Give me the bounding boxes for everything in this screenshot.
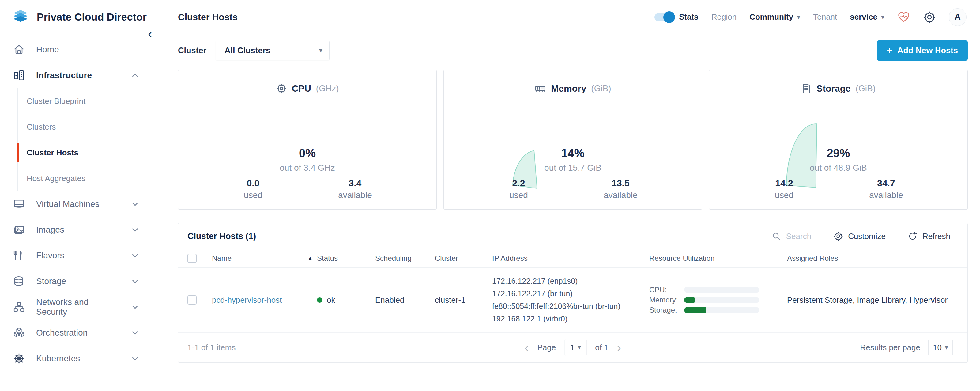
sidebar-item-label: Virtual Machines (36, 199, 99, 209)
page-value: 1 (570, 343, 574, 353)
sort-ascending-icon[interactable]: ▲ (307, 255, 313, 262)
util-storage-label: Storage: (649, 306, 684, 314)
user-avatar[interactable]: A (949, 8, 967, 26)
region-label: Region (711, 12, 737, 22)
tenant-dropdown[interactable]: service ▾ (850, 12, 885, 22)
page-select[interactable]: 1 ▾ (565, 338, 587, 356)
sidebar-item-storage[interactable]: Storage (0, 268, 152, 294)
storage-stat-card: Storage (GiB) 29% out of 48.9 GiB 14.2 u… (709, 70, 968, 210)
column-header-ip-address[interactable]: IP Address (492, 254, 649, 263)
column-header-name[interactable]: Name (212, 254, 232, 263)
sidebar-item-label: Home (36, 45, 59, 54)
table-toolbar: Search Customize (772, 231, 950, 241)
sidebar-subitem-cluster-blueprint[interactable]: Cluster Blueprint (18, 88, 152, 114)
cluster-filter-select[interactable]: All Clusters ▾ (216, 41, 329, 61)
main-area: Cluster Hosts Stats Region Community ▾ T… (152, 0, 980, 391)
cpu-available-label: available (321, 190, 389, 200)
refresh-label: Refresh (923, 231, 950, 241)
next-page-button[interactable]: › (617, 342, 621, 354)
sidebar-subitem-clusters[interactable]: Clusters (18, 114, 152, 140)
select-all-checkbox[interactable] (188, 254, 197, 263)
storage-available-value: 34.7 (852, 178, 920, 188)
memory-ram-icon (535, 83, 546, 94)
health-heart-pulse-icon[interactable] (897, 11, 910, 24)
cluster-filter-label: Cluster (178, 46, 207, 56)
sidebar-item-infrastructure[interactable]: Infrastructure (0, 62, 152, 88)
monitor-icon (12, 198, 26, 210)
settings-gear-icon[interactable] (923, 11, 936, 24)
add-new-hosts-button[interactable]: + Add New Hosts (877, 40, 968, 61)
refresh-button[interactable]: Refresh (908, 231, 950, 241)
column-header-status[interactable]: Status (317, 254, 375, 263)
storage-disk-icon (801, 83, 811, 94)
memory-capacity-text: out of 15.7 GiB (444, 163, 702, 173)
table-row: pcd-hypervisor-host ok Enabled cluster-1… (178, 268, 967, 333)
util-cpu-label: CPU: (649, 286, 684, 294)
sidebar-item-label: Flavors (36, 251, 64, 260)
customize-label: Customize (848, 231, 886, 241)
stats-toggle-knob (663, 11, 675, 23)
sidebar: Private Cloud Director ‹ Home (0, 0, 152, 391)
customize-button[interactable]: Customize (833, 231, 886, 241)
sidebar-subitem-cluster-hosts[interactable]: Cluster Hosts (18, 140, 152, 166)
sidebar-item-label: Infrastructure (36, 70, 92, 80)
subitem-label: Host Aggregates (27, 174, 86, 183)
sidebar-item-networks-and-security[interactable]: Networks and Security (0, 294, 152, 320)
sidebar-collapse-button[interactable]: ‹ (144, 27, 156, 40)
memory-used-label: used (485, 190, 552, 200)
results-per-page: Results per page 10 ▾ (860, 338, 953, 356)
row-checkbox[interactable] (188, 295, 197, 305)
chevron-left-icon: ‹ (148, 27, 152, 40)
subitem-label: Cluster Blueprint (27, 97, 86, 106)
column-header-assigned-roles[interactable]: Assigned Roles (787, 254, 967, 263)
column-header-resource-utilization[interactable]: Resource Utilization (649, 254, 787, 263)
page-title: Cluster Hosts (178, 12, 238, 22)
topbar-right: Stats Region Community ▾ Tenant service … (654, 8, 967, 26)
card-unit: (GHz) (316, 84, 339, 93)
sidebar-subitem-host-aggregates[interactable]: Host Aggregates (18, 166, 152, 191)
cpu-used-value: 0.0 (219, 178, 286, 188)
sidebar-item-images[interactable]: Images (0, 217, 152, 243)
host-name-link[interactable]: pcd-hypervisor-host (212, 295, 282, 305)
caret-down-icon: ▾ (945, 344, 948, 351)
memory-used-value: 2.2 (485, 178, 552, 188)
region-dropdown[interactable]: Community ▾ (749, 12, 800, 22)
sidebar-item-orchestration[interactable]: Orchestration (0, 320, 152, 346)
memory-available-value: 13.5 (587, 178, 654, 188)
tenant-label: Tenant (813, 12, 837, 22)
ip-address-cell: 172.16.122.217 (enp1s0) 172.16.122.217 (… (492, 275, 649, 325)
sidebar-item-home[interactable]: Home (0, 37, 152, 62)
network-nodes-icon (12, 301, 26, 313)
stats-toggle-wrap: Stats (654, 12, 698, 22)
brand-title: Private Cloud Director (37, 11, 147, 23)
stats-toggle[interactable] (654, 13, 674, 21)
caret-down-icon: ▾ (319, 47, 323, 54)
cpu-capacity-text: out of 3.4 GHz (178, 163, 436, 173)
results-per-page-select[interactable]: 10 ▾ (928, 338, 953, 356)
memory-utilization-fill (684, 297, 695, 303)
sidebar-item-kubernetes[interactable]: Kubernetes (0, 346, 152, 371)
chevron-down-icon (131, 200, 139, 208)
results-per-page-value: 10 (933, 343, 942, 353)
tenant-value: service (850, 12, 877, 22)
table-search[interactable]: Search (772, 231, 811, 241)
card-unit: (GiB) (856, 84, 875, 93)
sidebar-item-virtual-machines[interactable]: Virtual Machines (0, 191, 152, 217)
ip-line: 192.168.122.1 (virbr0) (492, 313, 649, 325)
cpu-available-value: 3.4 (321, 178, 389, 188)
page-label: Page (537, 343, 556, 353)
table-title: Cluster Hosts (1) (188, 231, 256, 241)
memory-available-label: available (587, 190, 654, 200)
previous-page-button[interactable]: ‹ (525, 342, 528, 354)
storage-utilization-bar (684, 307, 759, 313)
content: Cluster All Clusters ▾ + Add New Hosts (152, 34, 980, 362)
cubes-icon (12, 327, 26, 339)
sidebar-item-flavors[interactable]: Flavors (0, 243, 152, 268)
column-header-cluster[interactable]: Cluster (435, 254, 492, 263)
column-header-scheduling[interactable]: Scheduling (375, 254, 435, 263)
cluster-filter-value: All Clusters (224, 46, 270, 56)
infrastructure-submenu: Cluster Blueprint Clusters Cluster Hosts… (18, 88, 152, 191)
chevron-down-icon (131, 354, 139, 362)
storage-capacity-text: out of 48.9 GiB (709, 163, 967, 173)
topbar: Cluster Hosts Stats Region Community ▾ T… (152, 0, 980, 34)
